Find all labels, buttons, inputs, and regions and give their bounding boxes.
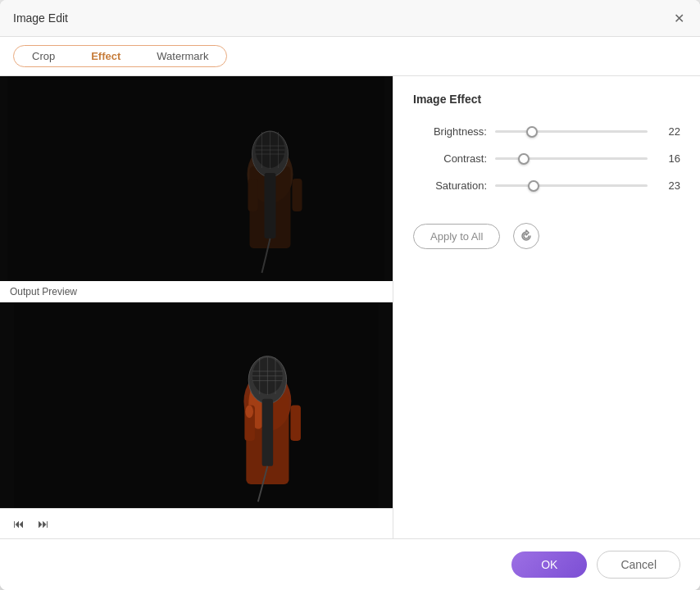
tabs-bar: Crop Effect Watermark <box>0 37 700 76</box>
svg-rect-12 <box>248 179 258 211</box>
brightness-label: Brightness: <box>413 125 487 138</box>
actions-row: Apply to All <box>413 223 680 249</box>
ok-button[interactable]: OK <box>511 551 587 578</box>
saturation-row: Saturation: 23 <box>413 179 680 192</box>
tab-crop[interactable]: Crop <box>14 46 73 66</box>
title-bar: Image Edit ✕ <box>0 0 700 37</box>
image-edit-dialog: Image Edit ✕ Crop Effect Watermark <box>0 0 700 590</box>
apply-all-button[interactable]: Apply to All <box>413 224 500 249</box>
dialog-title: Image Edit <box>13 11 68 25</box>
tabs-group: Crop Effect Watermark <box>13 45 227 67</box>
controls-bar: ⏮ ⏭ <box>0 508 393 538</box>
contrast-label: Contrast: <box>413 152 487 165</box>
contrast-row: Contrast: 16 <box>413 152 680 165</box>
svg-point-29 <box>245 406 253 418</box>
reset-button[interactable] <box>513 223 539 249</box>
tab-effect[interactable]: Effect <box>73 46 139 66</box>
svg-rect-13 <box>293 179 302 211</box>
left-panel: Output Preview <box>0 76 393 538</box>
close-button[interactable]: ✕ <box>670 10 687 26</box>
original-preview <box>0 76 393 281</box>
cancel-button[interactable]: Cancel <box>597 551 680 579</box>
svg-rect-26 <box>262 399 274 466</box>
svg-rect-28 <box>290 406 301 441</box>
brightness-value: 22 <box>656 125 680 138</box>
svg-rect-11 <box>265 173 276 238</box>
footer: OK Cancel <box>0 538 700 590</box>
output-preview <box>0 302 393 508</box>
saturation-slider[interactable] <box>495 184 648 187</box>
next-button[interactable]: ⏭ <box>34 515 52 532</box>
contrast-slider[interactable] <box>495 157 648 160</box>
brightness-slider[interactable] <box>495 130 648 133</box>
saturation-label: Saturation: <box>413 179 487 192</box>
section-title: Image Effect <box>413 93 680 106</box>
contrast-value: 16 <box>656 152 680 165</box>
original-image <box>0 76 393 281</box>
content-area: Output Preview <box>0 76 700 538</box>
saturation-value: 23 <box>656 179 680 192</box>
svg-rect-0 <box>8 76 385 281</box>
output-label: Output Preview <box>0 281 393 302</box>
brightness-row: Brightness: 22 <box>413 125 680 138</box>
output-image <box>0 302 393 508</box>
prev-button[interactable]: ⏮ <box>10 515 28 532</box>
tab-watermark[interactable]: Watermark <box>139 46 226 66</box>
svg-rect-14 <box>14 302 378 508</box>
right-panel: Image Effect Brightness: 22 Contrast: 16… <box>393 76 700 538</box>
